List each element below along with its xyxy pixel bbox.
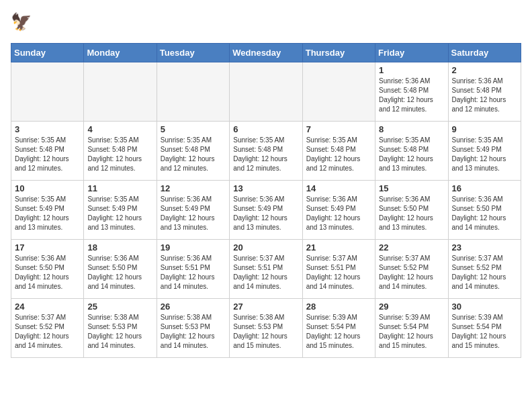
calendar-cell [157,62,229,122]
day-number: 19 [161,242,226,253]
day-info: Sunrise: 5:36 AM Sunset: 5:50 PM Dayligh… [15,254,80,291]
calendar-cell: 25Sunrise: 5:38 AM Sunset: 5:53 PM Dayli… [84,299,157,358]
day-info: Sunrise: 5:36 AM Sunset: 5:48 PM Dayligh… [452,77,517,114]
day-number: 6 [233,124,298,134]
day-info: Sunrise: 5:38 AM Sunset: 5:53 PM Dayligh… [233,313,298,351]
calendar-table: SundayMondayTuesdayWednesdayThursdayFrid… [11,43,521,358]
day-number: 21 [306,242,371,253]
day-info: Sunrise: 5:37 AM Sunset: 5:51 PM Dayligh… [233,254,298,291]
day-number: 3 [15,124,80,134]
weekday-header-saturday: Saturday [448,44,521,62]
svg-text:🦅: 🦅 [11,11,32,32]
day-number: 22 [379,242,444,253]
weekday-header-thursday: Thursday [302,44,375,62]
calendar-cell: 26Sunrise: 5:38 AM Sunset: 5:53 PM Dayli… [157,299,229,358]
calendar-cell: 10Sunrise: 5:35 AM Sunset: 5:49 PM Dayli… [11,181,84,240]
day-number: 17 [15,242,80,253]
calendar-cell [11,62,84,122]
day-number: 24 [15,302,80,312]
calendar-cell: 12Sunrise: 5:36 AM Sunset: 5:49 PM Dayli… [157,181,229,240]
calendar-cell: 23Sunrise: 5:37 AM Sunset: 5:52 PM Dayli… [448,240,521,299]
calendar-cell: 2Sunrise: 5:36 AM Sunset: 5:48 PM Daylig… [448,62,521,122]
day-info: Sunrise: 5:35 AM Sunset: 5:49 PM Dayligh… [15,195,80,232]
calendar-cell: 19Sunrise: 5:36 AM Sunset: 5:51 PM Dayli… [157,240,229,299]
calendar-cell: 5Sunrise: 5:35 AM Sunset: 5:48 PM Daylig… [157,122,229,181]
day-number: 14 [306,183,371,193]
day-number: 27 [233,302,298,312]
calendar-cell: 6Sunrise: 5:35 AM Sunset: 5:48 PM Daylig… [230,122,302,181]
calendar-cell: 21Sunrise: 5:37 AM Sunset: 5:51 PM Dayli… [302,240,375,299]
calendar-cell: 13Sunrise: 5:36 AM Sunset: 5:49 PM Dayli… [230,181,302,240]
day-info: Sunrise: 5:36 AM Sunset: 5:50 PM Dayligh… [452,195,517,232]
calendar-cell: 24Sunrise: 5:37 AM Sunset: 5:52 PM Dayli… [11,299,84,358]
day-number: 25 [87,302,152,312]
day-info: Sunrise: 5:35 AM Sunset: 5:49 PM Dayligh… [87,195,152,232]
day-info: Sunrise: 5:38 AM Sunset: 5:53 PM Dayligh… [87,313,152,351]
logo-icon: 🦅 [11,11,35,35]
day-info: Sunrise: 5:36 AM Sunset: 5:50 PM Dayligh… [379,195,444,232]
calendar-cell: 15Sunrise: 5:36 AM Sunset: 5:50 PM Dayli… [375,181,448,240]
calendar-week-5: 24Sunrise: 5:37 AM Sunset: 5:52 PM Dayli… [11,299,521,358]
day-info: Sunrise: 5:36 AM Sunset: 5:51 PM Dayligh… [161,254,226,291]
day-number: 16 [452,183,517,193]
day-number: 26 [161,302,226,312]
calendar-header-row: SundayMondayTuesdayWednesdayThursdayFrid… [11,44,521,62]
calendar-cell: 30Sunrise: 5:39 AM Sunset: 5:54 PM Dayli… [448,299,521,358]
calendar-cell: 16Sunrise: 5:36 AM Sunset: 5:50 PM Dayli… [448,181,521,240]
day-number: 15 [379,183,444,193]
day-number: 23 [452,242,517,253]
day-info: Sunrise: 5:36 AM Sunset: 5:49 PM Dayligh… [306,195,371,232]
calendar-cell: 3Sunrise: 5:35 AM Sunset: 5:48 PM Daylig… [11,122,84,181]
weekday-header-monday: Monday [84,44,157,62]
calendar-cell: 9Sunrise: 5:35 AM Sunset: 5:49 PM Daylig… [448,122,521,181]
calendar-cell: 4Sunrise: 5:35 AM Sunset: 5:48 PM Daylig… [84,122,157,181]
day-number: 9 [452,124,517,134]
day-info: Sunrise: 5:37 AM Sunset: 5:51 PM Dayligh… [306,254,371,291]
day-info: Sunrise: 5:35 AM Sunset: 5:49 PM Dayligh… [452,136,517,173]
calendar-cell: 27Sunrise: 5:38 AM Sunset: 5:53 PM Dayli… [230,299,302,358]
calendar-cell: 8Sunrise: 5:35 AM Sunset: 5:48 PM Daylig… [375,122,448,181]
calendar-week-2: 3Sunrise: 5:35 AM Sunset: 5:48 PM Daylig… [11,122,521,181]
calendar-cell: 22Sunrise: 5:37 AM Sunset: 5:52 PM Dayli… [375,240,448,299]
day-info: Sunrise: 5:35 AM Sunset: 5:48 PM Dayligh… [233,136,298,173]
day-number: 2 [452,65,517,75]
page-header: 🦅 [11,11,521,35]
calendar-cell: 29Sunrise: 5:39 AM Sunset: 5:54 PM Dayli… [375,299,448,358]
calendar-cell: 28Sunrise: 5:39 AM Sunset: 5:54 PM Dayli… [302,299,375,358]
day-info: Sunrise: 5:35 AM Sunset: 5:48 PM Dayligh… [379,136,444,173]
calendar-cell: 1Sunrise: 5:36 AM Sunset: 5:48 PM Daylig… [375,62,448,122]
day-number: 5 [161,124,226,134]
day-number: 8 [379,124,444,134]
day-number: 18 [87,242,152,253]
day-number: 4 [87,124,152,134]
day-number: 30 [452,302,517,312]
day-number: 29 [379,302,444,312]
day-number: 28 [306,302,371,312]
weekday-header-wednesday: Wednesday [230,44,302,62]
calendar-cell: 18Sunrise: 5:36 AM Sunset: 5:50 PM Dayli… [84,240,157,299]
day-info: Sunrise: 5:35 AM Sunset: 5:48 PM Dayligh… [15,136,80,173]
day-info: Sunrise: 5:35 AM Sunset: 5:48 PM Dayligh… [306,136,371,173]
calendar-cell: 11Sunrise: 5:35 AM Sunset: 5:49 PM Dayli… [84,181,157,240]
day-number: 20 [233,242,298,253]
day-number: 7 [306,124,371,134]
calendar-cell [84,62,157,122]
day-info: Sunrise: 5:38 AM Sunset: 5:53 PM Dayligh… [161,313,226,351]
calendar-cell: 14Sunrise: 5:36 AM Sunset: 5:49 PM Dayli… [302,181,375,240]
calendar-week-3: 10Sunrise: 5:35 AM Sunset: 5:49 PM Dayli… [11,181,521,240]
logo: 🦅 [11,11,38,35]
day-info: Sunrise: 5:36 AM Sunset: 5:49 PM Dayligh… [161,195,226,232]
day-number: 11 [87,183,152,193]
day-info: Sunrise: 5:37 AM Sunset: 5:52 PM Dayligh… [15,313,80,351]
day-info: Sunrise: 5:35 AM Sunset: 5:48 PM Dayligh… [87,136,152,173]
day-info: Sunrise: 5:37 AM Sunset: 5:52 PM Dayligh… [452,254,517,291]
day-number: 13 [233,183,298,193]
calendar-week-4: 17Sunrise: 5:36 AM Sunset: 5:50 PM Dayli… [11,240,521,299]
day-info: Sunrise: 5:39 AM Sunset: 5:54 PM Dayligh… [379,313,444,351]
calendar-cell: 17Sunrise: 5:36 AM Sunset: 5:50 PM Dayli… [11,240,84,299]
calendar-week-1: 1Sunrise: 5:36 AM Sunset: 5:48 PM Daylig… [11,62,521,122]
calendar-cell: 7Sunrise: 5:35 AM Sunset: 5:48 PM Daylig… [302,122,375,181]
day-info: Sunrise: 5:36 AM Sunset: 5:48 PM Dayligh… [379,77,444,114]
day-info: Sunrise: 5:37 AM Sunset: 5:52 PM Dayligh… [379,254,444,291]
weekday-header-sunday: Sunday [11,44,84,62]
